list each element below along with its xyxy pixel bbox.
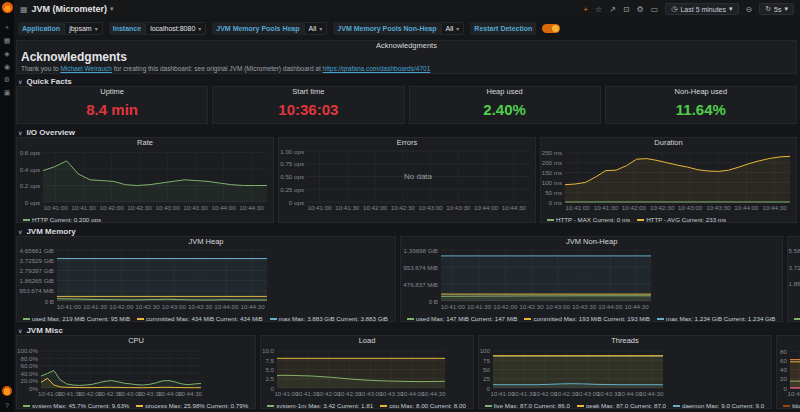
legend-item[interactable]: used Max: 147 MiB Current: 147 MiB: [407, 315, 517, 321]
grafana-app: + ▦ ◈ ◉ ⚙ ▣ ? ▦ JVM (Micrometer) ▾ + ☆ ↗…: [0, 0, 800, 412]
add-panel-icon[interactable]: +: [583, 5, 588, 14]
panel-header[interactable]: Rate: [17, 138, 273, 148]
load-graph[interactable]: 10:41:0010:41:3010:42:0010:42:3010:43:00…: [261, 346, 473, 398]
refresh-picker[interactable]: ↻ 5s ▾: [759, 3, 794, 15]
panel-thread-states: Thread States 10:41:0010:41:3010:42:0010…: [776, 335, 800, 409]
server-admin-icon[interactable]: ▣: [4, 86, 11, 99]
restart-detection-toggle[interactable]: [542, 24, 560, 33]
legend-item[interactable]: live Max: 87.0 Current: 86.0: [485, 402, 570, 408]
cycle-view-icon[interactable]: ▭: [651, 5, 659, 14]
configuration-icon[interactable]: ⚙: [4, 73, 10, 86]
legend-item[interactable]: HTTP - MAX Current: 0 ms: [547, 216, 630, 222]
user-avatar[interactable]: [2, 386, 12, 396]
svg-text:5.0: 5.0: [266, 366, 275, 373]
panel-header[interactable]: JVM Non-Heap: [401, 237, 782, 247]
legend-item[interactable]: HTTP Current: 0.200 ops: [23, 216, 101, 222]
jvm-nonheap-legend: used Max: 147 MiB Current: 147 MiBcommit…: [401, 311, 782, 321]
svg-text:60: 60: [780, 357, 787, 364]
svg-text:10:41:00: 10:41:00: [566, 204, 591, 211]
legend-item[interactable]: HTTP - AVG Current: 233 ms: [637, 216, 726, 222]
legend-item[interactable]: blocked Max: 0 Current: 0: [783, 402, 800, 408]
panel-header[interactable]: Uptime: [17, 87, 207, 97]
variable-instance[interactable]: Instance localhost:8080▾: [109, 22, 207, 35]
settings-icon[interactable]: ⚙: [637, 5, 644, 14]
jvm-memory-panels: JVM Heap 10:41:0010:41:3010:42:0010:42:3…: [16, 236, 797, 322]
svg-text:10:41:30: 10:41:30: [335, 204, 360, 211]
time-range-picker[interactable]: ◷ Last 5 minutes ▾: [665, 3, 738, 15]
variable-application[interactable]: Application jbpsam▾: [18, 22, 103, 35]
legend-item[interactable]: committed Max: 193 MiB Current: 193 MiB: [524, 315, 650, 321]
svg-text:0.2 ops: 0.2 ops: [20, 182, 40, 189]
variable-pools-heap[interactable]: JVM Memory Pools Heap All▾: [212, 22, 327, 35]
legend-item[interactable]: max Max: 1.234 GiB Current: 1.234 GiB: [657, 315, 775, 321]
stat-value: 8.4 min: [17, 97, 207, 121]
caret-down-icon: ▾: [456, 25, 459, 32]
row-io-overview[interactable]: ∨ I/O Overview: [16, 127, 797, 137]
threads-graph[interactable]: 10:41:0010:41:3010:42:0010:42:3010:43:00…: [479, 346, 771, 398]
dashboards-icon[interactable]: ▦: [4, 34, 11, 47]
svg-text:10:42:00: 10:42:00: [100, 204, 125, 211]
svg-text:10:44:30: 10:44:30: [502, 204, 527, 211]
legend-item[interactable]: daemon Max: 9.0 Current: 9.0: [673, 402, 764, 408]
panel-header[interactable]: JVM Total: [788, 237, 800, 247]
duration-graph[interactable]: 10:41:0010:41:3010:42:0010:42:3010:43:00…: [541, 148, 796, 212]
svg-text:100.0%: 100.0%: [17, 347, 38, 354]
variable-pools-nonheap[interactable]: JVM Memory Pools Non-Heap All▾: [333, 22, 464, 35]
legend-item[interactable]: system-1m Max: 3.42 Current: 1.81: [267, 402, 373, 408]
create-icon[interactable]: +: [5, 21, 9, 34]
svg-text:10:44:30: 10:44:30: [422, 390, 447, 397]
panel-header[interactable]: Duration: [541, 138, 796, 148]
panel-header[interactable]: Non-Heap used: [606, 87, 796, 97]
jvm-nonheap-graph[interactable]: 10:41:0010:41:3010:42:0010:42:3010:43:00…: [401, 247, 782, 311]
row-quick-facts[interactable]: ∨ Quick Facts: [16, 76, 797, 86]
legend-item[interactable]: committed Max: 434 MiB Current: 434 MiB: [137, 315, 263, 321]
panel-header[interactable]: Thread States: [777, 336, 800, 346]
row-jvm-misc[interactable]: ∨ JVM Misc: [16, 325, 797, 335]
dashboard-title[interactable]: JVM (Micrometer): [32, 4, 108, 14]
share-icon[interactable]: ↗: [609, 5, 616, 14]
svg-text:10:42:00: 10:42:00: [622, 204, 647, 211]
svg-text:0.75 ops: 0.75 ops: [280, 160, 304, 167]
jvm-total-graph[interactable]: 10:41:0010:41:3010:42:0010:42:3010:43:00…: [788, 247, 800, 311]
panel-header[interactable]: Load: [261, 336, 473, 346]
legend-item[interactable]: max Max: 3.883 GiB Current: 3.883 GiB: [270, 315, 388, 321]
panel-header[interactable]: Threads: [479, 336, 771, 346]
save-icon[interactable]: ⊡: [623, 5, 630, 14]
svg-text:3.72529 GiB: 3.72529 GiB: [789, 264, 800, 271]
panel-header[interactable]: Start time: [213, 87, 403, 97]
zoom-out-icon[interactable]: ⊖: [746, 5, 753, 14]
explore-icon[interactable]: ◈: [4, 47, 9, 60]
legend-item[interactable]: peak Max: 87.0 Current: 87.0: [577, 402, 666, 408]
panel-header[interactable]: JVM Heap: [17, 237, 395, 247]
panel-header[interactable]: Acknowledgments: [21, 41, 792, 51]
grafana-logo-icon[interactable]: [2, 2, 13, 13]
ack-url-link[interactable]: https://grafana.com/dashboards/4701: [323, 65, 431, 72]
panel-header[interactable]: Errors: [279, 138, 535, 148]
jvm-heap-graph[interactable]: 10:41:0010:41:3010:42:0010:42:3010:43:00…: [17, 247, 395, 311]
help-icon[interactable]: ?: [5, 399, 9, 412]
errors-graph[interactable]: 10:41:0010:41:3010:42:0010:42:3010:43:00…: [279, 148, 535, 212]
variable-label: Restart Detection: [470, 22, 536, 35]
star-icon[interactable]: ☆: [595, 5, 602, 14]
row-title: JVM Memory: [26, 227, 75, 236]
panel-header[interactable]: CPU: [17, 336, 255, 346]
rate-legend: HTTP Current: 0.200 ops: [17, 212, 273, 222]
alerting-icon[interactable]: ◉: [4, 60, 10, 73]
row-jvm-memory[interactable]: ∨ JVM Memory: [16, 226, 797, 236]
legend-item[interactable]: used Max: 365 MiB Current: 243 MiB: [794, 315, 800, 321]
duration-legend: HTTP - MAX Current: 0 msHTTP - AVG Curre…: [541, 212, 796, 222]
panel-header[interactable]: Heap used: [410, 87, 600, 97]
svg-text:10:42:30: 10:42:30: [136, 303, 161, 310]
title-caret-icon[interactable]: ▾: [110, 5, 114, 13]
thread-states-graph[interactable]: 10:41:0010:41:3010:42:0010:42:3010:43:00…: [777, 346, 800, 398]
legend-item[interactable]: process Max: 25.98% Current: 0.79%: [136, 402, 248, 408]
legend-item[interactable]: used Max: 219 MiB Current: 95 MiB: [23, 315, 130, 321]
cpu-graph[interactable]: 10:41:0010:41:3010:42:0010:42:3010:43:00…: [17, 346, 255, 398]
svg-text:3.72529 GiB: 3.72529 GiB: [20, 257, 54, 264]
legend-item[interactable]: cpu Max: 8.00 Current: 8.00: [380, 402, 466, 408]
svg-text:10:43:30: 10:43:30: [446, 204, 471, 211]
caret-down-icon: ▾: [198, 25, 201, 32]
legend-item[interactable]: system Max: 45.7% Current: 9.63%: [23, 402, 129, 408]
ack-author-link[interactable]: Michael Weirauch: [60, 65, 112, 72]
rate-graph[interactable]: 10:41:0010:41:3010:42:0010:42:3010:43:00…: [17, 148, 273, 212]
